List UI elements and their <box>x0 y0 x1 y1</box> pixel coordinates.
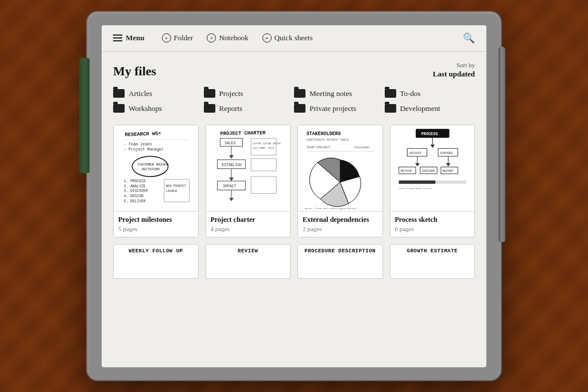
svg-text:Notes: from UPS tools/registra: Notes: from UPS tools/registration — <box>305 207 359 210</box>
partial-doc-title: PROCEDURE DESCRIPTION <box>304 248 376 254</box>
svg-text:CUSTOMER DRIVEN: CUSTOMER DRIVEN <box>138 163 168 167</box>
notebook-label: Notebook <box>219 33 248 43</box>
partial-doc-title: REVIEW <box>238 248 258 254</box>
folder-name: Reports <box>219 104 242 113</box>
folder-item-meeting-notes[interactable]: Meeting notes <box>294 89 385 98</box>
doc-card-growth-estimate[interactable]: GROWTH ESTIMATE <box>390 244 475 279</box>
svg-marker-50 <box>446 163 450 167</box>
svg-text:TEAM PROJECT: TEAM PROJECT <box>307 145 331 149</box>
doc-card-project-charter[interactable]: PROJECT CHARTER SALES Lorem ipsum dolor … <box>206 125 291 237</box>
folder-item-todos[interactable]: To-dos <box>385 89 475 98</box>
sort-value: Last updated <box>433 70 475 79</box>
folder-icon <box>113 89 125 98</box>
folder-icon <box>294 104 305 113</box>
files-header: My files Sort by Last updated <box>113 61 475 79</box>
tablet-screen: Menu + Folder + Notebook + Quick sheets … <box>102 25 486 367</box>
add-notebook-icon: + <box>207 33 216 43</box>
nav-actions: + Folder + Notebook + Quick sheets 🔍 <box>162 32 475 44</box>
svg-text:5. DELIVER: 5. DELIVER <box>124 199 146 203</box>
svg-marker-22 <box>229 155 234 159</box>
partial-preview: REVIEW <box>206 245 291 278</box>
svg-rect-30 <box>251 176 276 193</box>
folder-icon <box>294 89 305 98</box>
folder-name: Projects <box>219 89 243 98</box>
svg-text:1. PROCESS: 1. PROCESS <box>124 179 146 183</box>
folder-item-workshops[interactable]: Workshops <box>113 104 204 113</box>
doc-card-review[interactable]: REVIEW <box>206 244 291 279</box>
svg-text:ADJUST: ADJUST <box>409 151 422 155</box>
sketch-svg-process: PROCESS ADJUST EXPAND <box>390 125 475 211</box>
add-quicksheets-button[interactable]: + Quick sheets <box>262 33 313 43</box>
svg-text:EXPAND: EXPAND <box>440 151 452 155</box>
svg-text:PROCESS: PROCESS <box>421 132 438 136</box>
doc-card-external-dependencies[interactable]: STAKEHOLDERS CONTRIBUTE MATRIX TABLE TEA… <box>297 125 383 237</box>
doc-card-project-milestones[interactable]: RESEARCH W5+ - Team leads - Project Mana… <box>113 125 199 237</box>
add-notebook-button[interactable]: + Notebook <box>207 33 248 43</box>
folder-name: Private projects <box>310 104 356 113</box>
folder-icon <box>204 104 215 113</box>
doc-preview: PROCESS ADJUST EXPAND <box>390 125 475 212</box>
svg-text:- Project Manager: - Project Manager <box>124 147 164 152</box>
sort-control[interactable]: Sort by Last updated <box>433 61 475 79</box>
svg-text:sit amet text: sit amet text <box>253 147 274 149</box>
folder-icon <box>385 104 396 113</box>
doc-preview: RESEARCH W5+ - Team leads - Project Mana… <box>114 125 198 212</box>
folder-grid: Articles Projects Meeting notes To-dos W… <box>113 89 475 113</box>
svg-text:RESEARCH W5+: RESEARCH W5+ <box>125 131 161 138</box>
doc-pages: 2 pages <box>303 225 378 232</box>
svg-text:2. ANALYZE: 2. ANALYZE <box>124 185 146 189</box>
svg-text:- Team leads: - Team leads <box>124 142 152 147</box>
menu-button[interactable]: Menu <box>113 33 145 43</box>
folder-label: Folder <box>174 33 194 43</box>
tablet-device: Menu + Folder + Notebook + Quick sheets … <box>87 12 501 380</box>
main-content: My files Sort by Last updated Articles P… <box>102 52 486 365</box>
svg-marker-48 <box>415 163 419 167</box>
doc-card-process-sketch[interactable]: PROCESS ADJUST EXPAND <box>390 125 475 237</box>
svg-text:CONTRIBUTE MATRIX TABLE: CONTRIBUTE MATRIX TABLE <box>307 139 349 142</box>
doc-title: Process sketch <box>395 216 470 224</box>
svg-text:3. DISCOVER: 3. DISCOVER <box>124 189 148 193</box>
doc-info: Project charter 4 pages <box>206 212 291 237</box>
doc-card-weekly-followup[interactable]: WEEKLY FOLLOW UP <box>113 244 199 279</box>
folder-name: To-dos <box>400 89 421 98</box>
folder-item-reports[interactable]: Reports <box>204 104 295 113</box>
svg-text:REPORT: REPORT <box>442 170 454 173</box>
stylus <box>498 47 505 242</box>
hamburger-icon <box>113 34 122 41</box>
svg-text:LAUNCH: LAUNCH <box>166 189 177 193</box>
doc-title: Project milestones <box>118 216 194 224</box>
svg-text:ESTABLISH: ESTABLISH <box>222 163 241 167</box>
top-navigation-bar: Menu + Folder + Notebook + Quick sheets … <box>102 25 486 52</box>
folder-name: Articles <box>129 89 152 98</box>
sketch-svg-milestones: RESEARCH W5+ - Team leads - Project Mana… <box>114 125 198 211</box>
folder-icon <box>204 89 215 98</box>
svg-marker-32 <box>229 198 234 201</box>
svg-text:UNIT   STAGE   GOAL UPDATE: UNIT STAGE GOAL UPDATE <box>399 187 432 190</box>
folder-item-articles[interactable]: Articles <box>113 89 204 98</box>
svg-rect-25 <box>251 159 276 171</box>
folder-item-development[interactable]: Development <box>385 104 475 113</box>
add-folder-button[interactable]: + Folder <box>162 33 194 43</box>
folder-item-private-projects[interactable]: Private projects <box>294 104 385 113</box>
partial-doc-title: GROWTH ESTIMATE <box>407 248 458 254</box>
add-quicksheets-icon: + <box>262 33 272 43</box>
svg-text:NEW PRODUCT: NEW PRODUCT <box>166 185 187 188</box>
doc-pages: 4 pages <box>211 225 286 232</box>
add-folder-icon: + <box>162 33 171 43</box>
svg-text:Lorem ipsum dolor: Lorem ipsum dolor <box>253 142 281 145</box>
svg-text:IMPACT: IMPACT <box>223 185 236 189</box>
svg-text:PROJECT CHARTER: PROJECT CHARTER <box>220 130 266 136</box>
sketch-svg-charter: PROJECT CHARTER SALES Lorem ipsum dolor … <box>206 125 291 211</box>
folder-item-projects[interactable]: Projects <box>204 89 295 98</box>
doc-card-procedure[interactable]: PROCEDURE DESCRIPTION <box>297 244 383 279</box>
search-button[interactable]: 🔍 <box>463 32 475 44</box>
doc-info: Process sketch 6 pages <box>390 212 475 237</box>
folder-name: Meeting notes <box>310 89 352 98</box>
doc-preview: STAKEHOLDERS CONTRIBUTE MATRIX TABLE TEA… <box>298 125 382 212</box>
sort-by-label: Sort by <box>433 61 475 70</box>
svg-marker-27 <box>229 178 234 181</box>
page-title: My files <box>113 64 156 79</box>
folder-name: Workshops <box>129 104 162 113</box>
quicksheets-label: Quick sheets <box>274 33 313 43</box>
doc-title: Project charter <box>211 216 286 224</box>
